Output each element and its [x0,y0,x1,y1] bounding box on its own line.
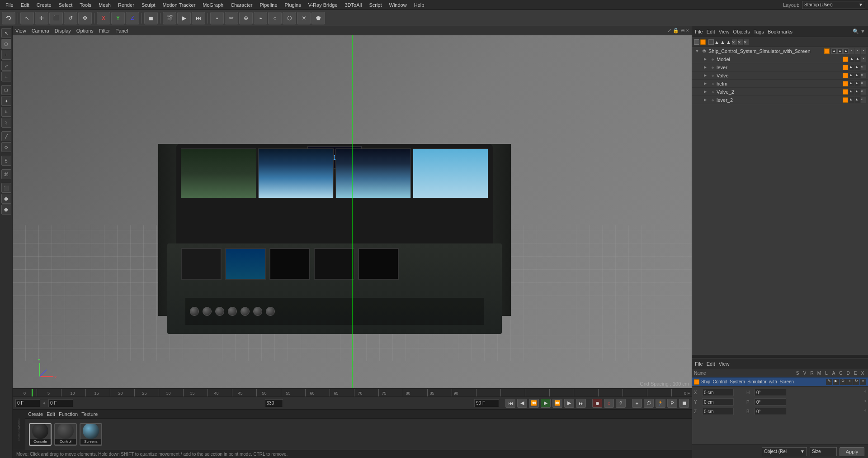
options-menu[interactable]: Options [76,28,94,33]
attr-icon-3[interactable]: ⚙ [840,379,846,385]
lever2-tag-1[interactable]: ▲ [849,97,854,103]
left-tool-3[interactable]: + [1,50,11,60]
frame-value-field[interactable]: 630 [265,399,283,407]
left-tool-8[interactable]: ⌗ [1,107,11,117]
spline-button[interactable]: ✏ [225,12,238,24]
tag-6[interactable]: × [738,39,743,45]
end-frame-field[interactable]: 90 F [474,399,499,407]
viewport-canvas[interactable]: Perspective 317 [13,35,692,388]
deformer-button[interactable]: ⌁ [254,12,267,24]
helm-tag-3[interactable]: × [861,81,866,86]
view-menu[interactable]: View [15,28,26,33]
lever-tag-2[interactable]: ▲ [855,65,860,70]
lever-tag-1[interactable]: ▲ [849,65,854,70]
left-tool-16[interactable]: ⬟ [1,205,11,215]
timeline-ruler[interactable]: 0 5 10 15 20 25 30 35 40 45 50 55 60 65 … [13,389,692,396]
om-arrow-icon-4[interactable]: ▶ [702,81,708,87]
helm-tag-2[interactable]: ▲ [855,81,860,86]
motion-tracker-menu[interactable]: MoGraph [200,1,226,9]
tools-menu[interactable]: Tools [77,1,94,9]
primitive-cube-button[interactable]: ▪ [210,12,224,24]
current-frame-field[interactable]: 0 F [15,399,40,407]
object-mode-button[interactable]: ◼ [144,12,158,24]
frame-field-2[interactable]: 0 F [48,399,73,407]
render-menu[interactable]: Sculpt [139,1,158,9]
pipeline-menu[interactable]: Plugins [282,1,304,9]
om-bookmarks-menu[interactable]: Bookmarks [768,29,793,34]
valve2-tag-3[interactable]: × [861,89,866,95]
tag-icon-1[interactable]: ▲ [831,48,837,54]
script-menu[interactable]: Window [387,1,410,9]
help-menu[interactable] [429,4,434,6]
left-tool-7[interactable]: ✦ [1,96,11,106]
model-tag-1[interactable]: ▲ [849,57,854,62]
plugins-menu[interactable]: V-Ray Bridge [306,1,340,9]
select-menu[interactable]: Select [56,1,75,9]
om-file-menu[interactable]: File [695,29,703,34]
keyframe-button[interactable]: ? [616,399,626,408]
lever2-tag-3[interactable]: × [861,97,866,103]
left-tool-10[interactable]: ╱ [1,131,11,141]
create-tool-button[interactable]: ✛ [35,12,48,24]
create-menu[interactable]: Create [34,1,54,9]
left-tool-1[interactable]: ↖ [1,28,11,38]
tag-4[interactable]: ▲ [726,39,731,45]
render-preview-button[interactable]: ▶ [177,12,191,24]
valve2-tag-2[interactable]: ▲ [855,89,860,95]
om-row-valve[interactable]: ▶ ⟐ Valve ▲ ▲ × [692,72,868,80]
layout-dropdown[interactable]: Startup (User) ▼ [802,1,865,9]
motion-btn[interactable]: 🏃 [656,399,665,408]
om-row-lever[interactable]: ▶ ⟐ lever ▲ ▲ × [692,63,868,72]
camera-button[interactable]: ⬡ [283,12,296,24]
panel-menu[interactable]: Panel [115,28,128,33]
record-button[interactable]: ⏺ [592,399,602,408]
go-end-button[interactable]: ⏭ [576,399,586,408]
left-tool-4[interactable]: ⤢ [1,61,11,71]
tag-5[interactable]: × [732,39,737,45]
om-row-lever2[interactable]: ▶ ⟐ lever_2 ▲ ▲ × [692,96,868,104]
next-keyframe-button[interactable]: ⏩ [552,399,562,408]
mat-texture-menu[interactable]: Texture [81,411,98,417]
left-tool-13[interactable]: ⌘ [1,169,11,179]
mograph-menu[interactable]: Character [228,1,255,9]
om-view-menu[interactable]: View [719,29,730,34]
valve-tag-2[interactable]: ▲ [855,73,860,78]
auto-key-button[interactable]: ○ [604,399,614,408]
om-row-helm[interactable]: ▶ ⟐ helm ▲ ▲ × [692,80,868,88]
axis-z-button[interactable]: Z [126,12,139,24]
mat-function-menu[interactable]: Function [59,411,78,417]
tag-1[interactable] [708,39,714,45]
om-arrow-icon-3[interactable]: ▶ [702,72,708,79]
mode-dropdown[interactable]: Object (Rel ▼ [762,447,807,456]
move-tool-button[interactable]: ↖ [20,12,34,24]
material-console[interactable]: Console [29,423,52,446]
tag-icon-3[interactable]: ▲ [843,48,849,54]
tag-7[interactable]: × [744,39,749,45]
left-tool-12[interactable]: $ [1,156,11,166]
apply-button[interactable]: Apply [840,447,864,456]
attr-icon-6[interactable]: × [860,379,866,385]
timeline-playhead[interactable] [32,389,33,396]
add-key-button[interactable]: + [632,399,642,408]
om-expand-icon[interactable]: ▼ [694,48,700,54]
helm-tag-1[interactable]: ▲ [849,81,854,86]
om-toolbar-icon-2[interactable] [700,39,706,45]
environment-button[interactable]: ○ [268,12,282,24]
dope-sheet-btn[interactable]: ◼ [679,399,689,408]
attr-icon-4[interactable]: ⟐ [846,379,853,385]
axis-x-button[interactable]: X [97,12,110,24]
go-start-button[interactable]: ⏮ [505,399,515,408]
rotate-tool-button[interactable]: ↺ [64,12,77,24]
transform-tool-button[interactable]: ✤ [78,12,92,24]
camera-menu[interactable]: Camera [32,28,49,33]
attr-x-pos-field[interactable]: 0 cm [702,389,734,396]
model-tag-2[interactable]: ▲ [855,57,860,62]
plugin-button[interactable]: ⬟ [311,12,325,24]
vray-menu[interactable]: 3DToAll [342,1,365,9]
window-menu[interactable]: Help [411,1,427,9]
mat-edit-menu[interactable]: Edit [47,411,55,417]
edit-menu[interactable]: Edit [18,1,32,9]
tag-icon-6[interactable]: × [861,48,866,54]
character-menu[interactable]: Pipeline [257,1,280,9]
left-tool-2[interactable]: ⬡ [1,39,11,49]
